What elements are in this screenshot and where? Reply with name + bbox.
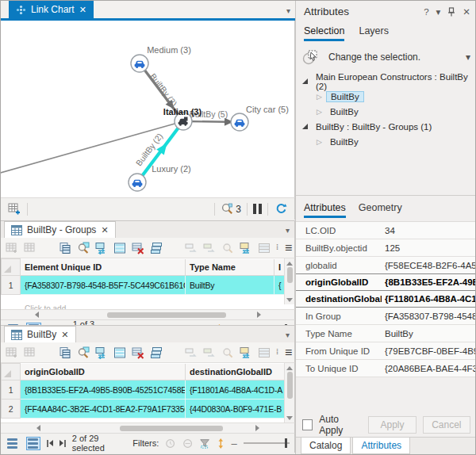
chevron-down-icon[interactable]: ▾ — [466, 52, 470, 63]
collapsed-icon[interactable]: ▷ — [317, 108, 322, 116]
tab-builtby[interactable]: BuiltBy ✕ — [4, 326, 76, 342]
sort-icon[interactable] — [217, 438, 225, 449]
col-clipped[interactable]: I — [274, 259, 285, 276]
cell-origin-globalid[interactable]: {8B1B33E5-EF2A-49B5-B90B-45251C7458E6} — [21, 380, 186, 400]
calculate-field-icon[interactable] — [24, 241, 36, 255]
field-row-highlighted[interactable]: destinationGlobalID{F11801A6-4B8A-4C1D-A… — [296, 290, 476, 308]
copy-icon[interactable] — [59, 346, 71, 360]
collapsed-icon[interactable]: ▷ — [317, 138, 322, 146]
tabstrip-overflow-icon[interactable]: ▾ — [286, 6, 295, 18]
select-all-icon[interactable] — [113, 346, 126, 360]
horizontal-scrollbar[interactable] — [1, 422, 295, 433]
cancel-button[interactable]: Cancel — [423, 416, 470, 434]
expanded-icon[interactable] — [302, 124, 308, 129]
field-row[interactable]: From Unique ID{79EB7CBF-0BEF-4B9B-8579 — [296, 342, 476, 360]
pane-menu-icon[interactable]: ▾ — [436, 6, 441, 17]
new-table-icon[interactable] — [7, 202, 21, 216]
row-number[interactable]: 1 — [2, 276, 21, 295]
duplicate-row-icon[interactable] — [150, 346, 163, 360]
calculate-field-icon[interactable] — [24, 346, 36, 360]
highlighted-copy-icon[interactable] — [185, 346, 198, 360]
highlighted-selection-icon[interactable] — [240, 241, 252, 255]
field-row[interactable]: Type NameBuiltBy — [296, 325, 476, 342]
row-height-slider[interactable] — [244, 442, 290, 444]
pin-icon[interactable] — [447, 7, 455, 17]
horizontal-scrollbar[interactable] — [1, 309, 295, 319]
corner-cell[interactable] — [2, 259, 21, 276]
cell-type-name[interactable]: BuiltBy — [186, 276, 274, 295]
tree-group[interactable]: BuiltBy : BuiltBy - Groups (1) — [296, 119, 476, 134]
cell-origin-globalid[interactable]: {FF4AA84C-3B2E-4CD1-8EA2-F79A1F7335C5} — [21, 400, 186, 419]
highlighted-zoom-icon[interactable] — [221, 241, 234, 255]
field-row[interactable]: BuiltBy.objectid125 — [296, 239, 476, 257]
tree-item[interactable]: ▷ BuiltBy — [296, 134, 476, 149]
tree-item[interactable]: ▷ BuiltBy — [296, 89, 476, 104]
tabstrip-overflow-icon[interactable]: ▾ — [286, 331, 294, 342]
locate-selection-button[interactable]: 3 — [221, 202, 241, 216]
zoom-to-selection-icon[interactable] — [77, 346, 90, 360]
row-number[interactable]: 2 — [2, 400, 21, 419]
pause-icon[interactable] — [253, 204, 262, 214]
tabstrip-overflow-icon[interactable]: ▾ — [286, 226, 294, 238]
close-icon[interactable]: ✕ — [463, 6, 470, 17]
clear-selection-icon[interactable] — [132, 241, 144, 255]
menu-icon[interactable]: ≡ — [285, 242, 294, 254]
switch-selection-icon[interactable] — [95, 241, 108, 255]
help-icon[interactable]: ? — [424, 7, 428, 17]
switch-selection-icon[interactable] — [95, 346, 108, 360]
table-view-toggle[interactable] — [6, 437, 20, 450]
cell-clipped[interactable]: { — [274, 276, 285, 295]
tab-selection[interactable]: Selection — [304, 25, 344, 41]
cell-element-unique-id[interactable]: {FA358307-B798-4548-B5F7-5C449C61B61C} — [21, 276, 186, 295]
selection-filter-icon[interactable] — [199, 438, 210, 449]
rows-view-icon[interactable] — [258, 346, 271, 360]
refresh-icon[interactable] — [274, 202, 288, 216]
add-field-icon[interactable] — [6, 241, 18, 255]
auto-apply-checkbox[interactable] — [302, 419, 313, 430]
rows-view-icon[interactable] — [258, 241, 271, 255]
col-element-unique-id[interactable]: Element Unique ID — [21, 259, 186, 276]
change-selection-control[interactable]: Change the selection. ▾ — [296, 41, 476, 72]
table-row[interactable]: 2 {FF4AA84C-3B2E-4CD1-8EA2-F79A1F7335C5}… — [2, 400, 285, 419]
field-row[interactable]: globalid{F58ECE48-B2F6-4A50-A86B — [296, 257, 476, 274]
tab-catalog[interactable]: Catalog — [301, 438, 351, 454]
col-type-name[interactable]: Type Name — [186, 259, 274, 276]
node-medium[interactable] — [131, 55, 148, 72]
vertical-scrollbar[interactable] — [284, 363, 294, 422]
close-icon[interactable]: ✕ — [101, 225, 108, 235]
collapsed-icon[interactable]: ▷ — [317, 93, 322, 101]
first-record-button[interactable] — [47, 440, 53, 447]
time-filter-icon[interactable] — [165, 438, 175, 449]
field-row[interactable]: LC.OID34 — [296, 222, 476, 239]
vertical-scrollbar[interactable] — [284, 258, 294, 304]
field-row-highlighted[interactable]: originGlobalID{8B1B33E5-EF2A-49B5-B90B — [296, 273, 476, 291]
tab-link-chart[interactable]: Link Chart ✕ — [9, 1, 94, 18]
tab-layers[interactable]: Layers — [359, 25, 389, 41]
node-citycar[interactable] — [231, 113, 248, 131]
tab-geometry[interactable]: Geometry — [359, 202, 402, 218]
last-record-button[interactable] — [60, 440, 66, 447]
corner-cell[interactable] — [2, 364, 21, 380]
duplicate-row-icon[interactable] — [150, 241, 163, 255]
add-field-icon[interactable] — [6, 346, 18, 360]
table-row[interactable]: 1 {8B1B33E5-EF2A-49B5-B90B-45251C7458E6}… — [2, 380, 285, 400]
apply-button[interactable]: Apply — [368, 416, 416, 434]
close-icon[interactable]: ✕ — [79, 5, 86, 15]
menu-icon[interactable]: ≡ — [285, 346, 294, 359]
field-row[interactable]: In Group{FA358307-B798-4548-B5F7 — [296, 308, 476, 325]
table-row[interactable]: 1 {FA358307-B798-4548-B5F7-5C449C61B61C}… — [2, 276, 285, 295]
tab-attributes-detail[interactable]: Attributes — [304, 202, 346, 218]
highlighted-switch-icon[interactable] — [203, 346, 216, 360]
highlighted-zoom-icon[interactable] — [221, 346, 234, 360]
tree-item[interactable]: ▷ BuiltBy — [296, 104, 476, 119]
highlighted-selection-icon[interactable] — [240, 346, 252, 360]
col-destination-globalid[interactable]: destinationGlobalID — [186, 364, 285, 380]
clear-selection-icon[interactable] — [132, 346, 144, 360]
range-filter-icon[interactable] — [182, 438, 193, 449]
cell-destination-globalid[interactable]: {F11801A6-4B8A-4C1D-A — [186, 380, 285, 400]
copy-icon[interactable] — [59, 241, 71, 255]
close-icon[interactable]: ✕ — [61, 330, 68, 340]
col-origin-globalid[interactable]: originGlobalID — [21, 364, 186, 380]
row-number[interactable]: 1 — [2, 380, 21, 400]
zoom-to-selection-icon[interactable] — [77, 241, 90, 255]
